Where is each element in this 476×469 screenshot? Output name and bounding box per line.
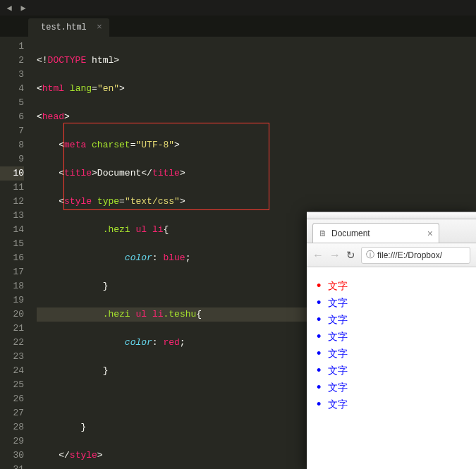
line-number: 1 [0,39,24,54]
list-item: 文字 [328,328,470,345]
history-back-icon[interactable]: ◀ [4,3,14,13]
line-number: 5 [0,96,24,110]
line-number: 4 [0,82,24,96]
line-number: 2 [0,54,24,68]
line-number: 19 [0,293,24,307]
close-icon[interactable]: × [427,228,433,239]
line-number: 28 [0,420,24,434]
reload-icon[interactable]: ↻ [346,249,355,262]
history-forward-icon[interactable]: ▶ [18,3,28,13]
nav-forward-icon[interactable]: → [329,249,341,262]
line-number: 26 [0,392,24,406]
line-number: 29 [0,434,24,449]
line-number: 13 [0,209,24,223]
line-number: 12 [0,195,24,209]
list-item: 文字 [328,379,470,396]
browser-tab-title: Document [331,229,370,238]
file-tab[interactable]: test.html × [28,18,109,37]
browser-addressbar: ← → ↻ ⓘ file:///E:/Dropbox/ [307,243,476,267]
browser-window: 🗎 Document × ← → ↻ ⓘ file:///E:/Dropbox/… [307,212,476,469]
browser-tab[interactable]: 🗎 Document × [312,223,439,243]
line-number: 9 [0,152,24,166]
editor-topbar: ◀ ▶ [0,0,476,16]
result-list: 文字 文字 文字 文字 文字 文字 文字 文字 [312,277,470,413]
line-number: 16 [0,251,24,265]
line-number: 11 [0,181,24,195]
line-number: 25 [0,378,24,392]
browser-tabstrip: 🗎 Document × [307,219,476,243]
nav-back-icon[interactable]: ← [312,249,324,262]
browser-titlebar [307,212,476,219]
url-input[interactable]: ⓘ file:///E:/Dropbox/ [361,247,470,264]
line-number: 14 [0,223,24,237]
line-number: 7 [0,124,24,138]
line-number: 27 [0,406,24,420]
line-number: 3 [0,68,24,82]
line-number: 21 [0,322,24,336]
line-number: 6 [0,110,24,124]
document-icon: 🗎 [319,229,327,238]
line-number: 18 [0,279,24,293]
line-number: 23 [0,350,24,364]
line-number: 15 [0,237,24,251]
list-item: 文字 [328,311,470,328]
list-item: 文字 [328,345,470,362]
line-number: 22 [0,336,24,350]
url-text: file:///E:/Dropbox/ [377,250,442,260]
list-item: 文字 [328,277,470,294]
browser-page: 文字 文字 文字 文字 文字 文字 文字 文字 [307,267,476,418]
list-item: 文字 [328,294,470,311]
close-icon[interactable]: × [97,18,102,37]
line-number: 10 [0,166,24,181]
list-item: 文字 [328,396,470,413]
line-number: 20 [0,307,24,322]
tab-label: test.html [41,18,87,37]
info-icon: ⓘ [366,249,374,261]
line-number: 31 [0,463,24,469]
line-number: 24 [0,364,24,378]
list-item: 文字 [328,362,470,379]
line-number: 8 [0,138,24,152]
line-gutter: 1234567891011121314151617181920212223242… [0,37,31,469]
line-number: 17 [0,265,24,279]
editor-tabbar: test.html × [0,16,476,37]
line-number: 30 [0,449,24,463]
